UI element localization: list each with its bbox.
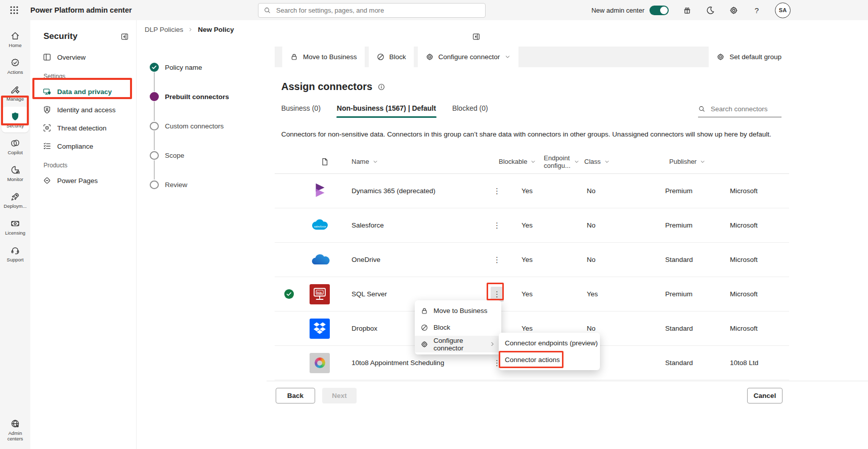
row-actions-cell: ⋮ — [486, 287, 508, 302]
tab-blocked-0[interactable]: Blocked (0) — [452, 104, 488, 118]
kebab-menu-button[interactable]: ⋮ — [491, 252, 504, 267]
connector-logo-cell — [303, 250, 341, 270]
wizard-step-connector — [154, 72, 155, 92]
connector-logo-cell: SQL — [303, 284, 341, 304]
connector-row-sql-server[interactable]: SQLSQL Server⋮YesYesPremiumMicrosoft — [275, 277, 789, 311]
connector-name: OneDrive — [341, 256, 486, 263]
rail-item-support[interactable]: Support — [2, 241, 29, 266]
endpoint-configurable-value: No — [567, 325, 647, 332]
whats-new-icon[interactable] — [682, 5, 692, 15]
context-menu-item-configure-connector[interactable]: Configure connector — [415, 336, 501, 352]
block-button[interactable]: Block — [369, 47, 414, 67]
settings-gear-icon[interactable] — [728, 5, 739, 15]
endpoint-configurable-value: No — [567, 256, 647, 263]
sidebar-item-power-pages[interactable]: Power Pages — [37, 172, 130, 189]
dark-mode-icon[interactable] — [705, 5, 715, 15]
connector-search-box[interactable] — [698, 105, 782, 117]
rail-item-label: Copilot — [8, 150, 23, 155]
rail-item-label: Home — [9, 42, 21, 48]
cancel-button[interactable]: Cancel — [747, 388, 783, 403]
power-platform-admin-center-page: Power Platform admin center New admin ce… — [0, 0, 868, 449]
sidebar-item-identity-and-access[interactable]: Identity and access — [37, 101, 130, 118]
step-circle-icon — [150, 181, 159, 189]
column-header-endpoint-configu[interactable]: Endpoint configu... — [508, 154, 567, 169]
sidebar-item-data-and-privacy[interactable]: Data and privacy — [37, 83, 130, 100]
identity-icon — [42, 105, 52, 114]
connector-group-tabs: Business (0)Non-business (1567) | Defaul… — [281, 104, 488, 118]
headset-icon — [10, 245, 20, 255]
app-launcher-button[interactable] — [5, 1, 23, 19]
column-header-blockable[interactable]: Blockable — [486, 158, 508, 165]
set-default-group-button[interactable]: Set default group — [709, 47, 789, 67]
publisher-value: Microsoft — [708, 221, 789, 229]
security-sidebar: Security OverviewSettingsData and privac… — [31, 20, 137, 449]
overview-icon — [42, 53, 52, 62]
wizard-step-label: Prebuilt connectors — [165, 93, 229, 101]
sort-chevron-icon — [604, 159, 610, 165]
wizard-step-current[interactable]: Prebuilt connectors — [150, 92, 229, 101]
collapse-sidebar-icon[interactable] — [120, 32, 129, 41]
configure-connector-button[interactable]: Configure connector — [418, 47, 519, 67]
context-menu-item-move-to-business[interactable]: Move to Business — [415, 302, 501, 319]
rail-item-monitor[interactable]: Monitor — [2, 160, 29, 186]
wizard-step-upcoming[interactable]: Review — [150, 180, 229, 189]
rail-item-admin-centers[interactable]: Admin centers — [2, 417, 29, 443]
submenu-item-connector-endpoints-preview[interactable]: Connector endpoints (preview) — [499, 335, 600, 351]
breadcrumb-item[interactable]: DLP Policies — [145, 26, 183, 33]
column-header-publisher[interactable]: Publisher — [647, 158, 708, 165]
endpoint-configurable-value: No — [567, 221, 647, 229]
tab-business-0[interactable]: Business (0) — [281, 104, 321, 118]
submenu-item-connector-actions[interactable]: Connector actions — [499, 351, 600, 368]
global-search-box[interactable] — [258, 3, 486, 18]
publisher-value: 10to8 Ltd — [708, 359, 789, 367]
wizard-step-label: Scope — [165, 152, 184, 159]
column-header-class[interactable]: Class — [567, 158, 647, 165]
kebab-menu-button[interactable]: ⋮ — [491, 184, 504, 199]
banknote-icon — [10, 218, 20, 229]
step-circle-icon — [150, 92, 159, 101]
sidebar-item-overview[interactable]: Overview — [37, 49, 130, 66]
column-header-label: Name — [352, 158, 369, 165]
global-search-input[interactable] — [275, 6, 480, 15]
context-menu-item-block[interactable]: Block — [415, 319, 501, 336]
kebab-menu-button[interactable]: ⋮ — [491, 218, 504, 233]
connector-row-dynamics-365-deprecated[interactable]: Dynamics 365 (deprecated)⋮YesNoPremiumMi… — [275, 174, 789, 208]
sidebar-item-label: Threat detection — [57, 124, 107, 132]
sidebar-item-threat-detection[interactable]: Threat detection — [37, 119, 130, 137]
rail-item-label: Deploym... — [4, 203, 26, 209]
column-header-name[interactable]: Name — [341, 158, 486, 165]
row-actions-cell: ⋮ — [486, 252, 508, 267]
command-bar: Move to BusinessBlockConfigure connector… — [275, 47, 789, 67]
back-button[interactable]: Back — [276, 388, 315, 403]
wizard-step-upcoming[interactable]: Scope — [150, 151, 229, 160]
toolbar-button-label: Set default group — [729, 53, 782, 61]
account-avatar[interactable]: SA — [775, 3, 791, 18]
connector-search-input[interactable] — [710, 105, 782, 113]
new-admin-center-toggle[interactable] — [649, 6, 669, 15]
kebab-menu-button[interactable]: ⋮ — [491, 287, 504, 302]
class-value: Standard — [647, 325, 708, 332]
rail-item-manage[interactable]: Manage — [2, 80, 29, 106]
move-to-business-button[interactable]: Move to Business — [282, 47, 365, 67]
rail-item-actions[interactable]: Actions — [2, 53, 29, 79]
rail-item-deployment[interactable]: Deploym... — [2, 187, 29, 213]
rail-item-licensing[interactable]: Licensing — [2, 214, 29, 240]
connector-row-onedrive[interactable]: OneDrive⋮YesNoStandardMicrosoft — [275, 243, 789, 277]
toolbar-button-label: Move to Business — [303, 53, 357, 61]
rail-item-home[interactable]: Home — [2, 26, 29, 52]
help-icon[interactable]: ? — [752, 5, 762, 15]
rail-item-copilot[interactable]: Copilot — [2, 133, 29, 159]
compliance-icon — [42, 142, 52, 151]
info-icon[interactable] — [377, 83, 385, 91]
wizard-step-upcoming[interactable]: Custom connectors — [150, 121, 229, 130]
wizard-step-complete[interactable]: Policy name — [150, 63, 229, 72]
sidebar-section-label: Settings — [31, 67, 136, 83]
rail-item-security[interactable]: Security — [2, 107, 29, 132]
connector-row-salesforce[interactable]: salesforceSalesforce⋮YesNoPremiumMicroso… — [275, 208, 789, 243]
publisher-value: Microsoft — [708, 325, 789, 332]
sidebar-item-compliance[interactable]: Compliance — [37, 138, 130, 155]
publisher-value: Microsoft — [708, 256, 789, 263]
toolbar-button-label: Block — [389, 53, 406, 61]
tab-non-business-1567-default[interactable]: Non-business (1567) | Default — [337, 104, 436, 118]
collapse-steps-icon[interactable] — [472, 32, 481, 41]
